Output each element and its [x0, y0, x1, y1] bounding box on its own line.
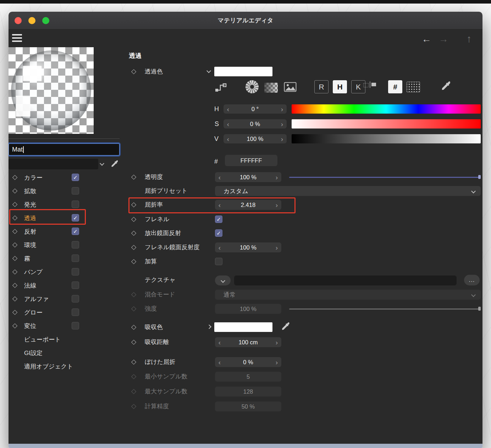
- increment-arrow[interactable]: [272, 202, 281, 208]
- sidebar-item-bump[interactable]: バンプ: [9, 265, 120, 279]
- channel-label[interactable]: GI設定: [24, 349, 43, 357]
- increment-arrow[interactable]: [272, 359, 281, 366]
- decrement-arrow[interactable]: [224, 121, 233, 127]
- channel-label[interactable]: 法線: [24, 282, 36, 290]
- sidebar-item-fog[interactable]: 霧: [9, 252, 120, 265]
- channel-label[interactable]: 霧: [24, 255, 30, 263]
- sidebar-item-displacement[interactable]: 変位: [9, 319, 120, 333]
- sidebar-item-normal[interactable]: 法線: [9, 279, 120, 292]
- channel-checkbox[interactable]: [72, 214, 79, 222]
- absorption-color-swatch[interactable]: [214, 322, 272, 332]
- fresnel-checkbox[interactable]: [215, 215, 222, 223]
- hue-gradient-bar[interactable]: [292, 104, 481, 114]
- color-wheel-icon[interactable]: [246, 80, 259, 93]
- decrement-arrow[interactable]: [215, 359, 224, 366]
- decrement-arrow[interactable]: [224, 106, 233, 113]
- value-value[interactable]: 100 %: [233, 136, 277, 142]
- increment-arrow[interactable]: [272, 174, 281, 181]
- absorption-distance-value[interactable]: 100 cm: [224, 339, 272, 346]
- decrement-arrow[interactable]: [215, 244, 224, 251]
- sidebar-item-luminance[interactable]: 発光: [9, 198, 120, 211]
- sidebar-item-environment[interactable]: 環境: [9, 238, 120, 252]
- channel-checkbox[interactable]: [72, 308, 79, 316]
- sidebar-item-color[interactable]: カラー: [9, 171, 120, 184]
- increment-arrow[interactable]: [277, 136, 287, 142]
- title-bar[interactable]: マテリアルエディタ: [9, 12, 482, 29]
- increment-arrow[interactable]: [277, 106, 287, 113]
- chevron-right-icon[interactable]: [207, 324, 211, 329]
- channel-checkbox[interactable]: [72, 201, 79, 208]
- transparency-color-swatch[interactable]: [214, 67, 272, 76]
- slider-handle[interactable]: [478, 175, 481, 179]
- channel-label[interactable]: 反射: [24, 228, 36, 236]
- channel-label[interactable]: グロー: [24, 308, 43, 317]
- back-arrow-button[interactable]: ←: [420, 34, 432, 44]
- exit-reflections-checkbox[interactable]: [215, 229, 222, 237]
- sidebar-item-assignment[interactable]: 適用オブジェクト: [9, 360, 120, 373]
- compact-mode-icon[interactable]: [370, 81, 370, 88]
- value-gradient-bar[interactable]: [292, 134, 481, 143]
- refraction-index-spinner[interactable]: 2.418: [215, 200, 281, 210]
- decrement-arrow[interactable]: [215, 174, 224, 181]
- hex-input[interactable]: FFFFFF: [225, 155, 277, 166]
- channel-label[interactable]: 環境: [24, 241, 36, 249]
- channel-checkbox[interactable]: [72, 322, 79, 329]
- channel-label[interactable]: 適用オブジェクト: [24, 362, 73, 371]
- increment-arrow[interactable]: [272, 339, 281, 346]
- channel-checkbox[interactable]: [72, 187, 79, 195]
- value-spinner[interactable]: 100 %: [224, 134, 287, 143]
- swatches-icon[interactable]: [407, 82, 420, 92]
- hsv-mode-button[interactable]: H: [333, 80, 347, 93]
- texture-browse-button[interactable]: ...: [464, 275, 480, 285]
- channel-label[interactable]: 変位: [24, 322, 36, 330]
- eyedropper-icon[interactable]: [110, 159, 119, 169]
- fresnel-reflectivity-spinner[interactable]: 100 %: [215, 242, 281, 252]
- channel-checkbox[interactable]: [72, 295, 79, 302]
- channel-label[interactable]: 発光: [24, 201, 36, 209]
- decrement-arrow[interactable]: [215, 202, 224, 208]
- saturation-spinner[interactable]: 0 %: [224, 119, 287, 129]
- eyedropper-icon[interactable]: [280, 321, 291, 333]
- increment-arrow[interactable]: [272, 244, 281, 251]
- refraction-index-value[interactable]: 2.418: [224, 202, 272, 208]
- shader-preview-field[interactable]: [9, 159, 98, 169]
- sidebar-item-glow[interactable]: グロー: [9, 306, 120, 319]
- texture-shader-button[interactable]: [215, 275, 231, 285]
- channel-checkbox[interactable]: [72, 282, 79, 289]
- opacity-slider[interactable]: [289, 172, 481, 182]
- additive-checkbox[interactable]: [215, 258, 222, 265]
- sidebar-item-reflectance[interactable]: 反射: [9, 225, 120, 238]
- channel-label[interactable]: アルファ: [24, 295, 49, 303]
- spectrum-icon[interactable]: [264, 83, 278, 93]
- node-editor-icon[interactable]: [215, 82, 227, 93]
- rgb-mode-button[interactable]: R: [314, 80, 329, 93]
- decrement-arrow[interactable]: [224, 136, 233, 142]
- eyedropper-icon[interactable]: [440, 80, 452, 94]
- hue-spinner[interactable]: 0 °: [224, 104, 287, 114]
- channel-label[interactable]: カラー: [24, 174, 43, 182]
- texture-path-field[interactable]: [234, 275, 457, 285]
- fresnel-reflectivity-value[interactable]: 100 %: [224, 244, 272, 251]
- saturation-gradient-bar[interactable]: [292, 119, 481, 129]
- absorption-distance-spinner[interactable]: 100 cm: [215, 337, 281, 347]
- sidebar-item-gi-settings[interactable]: GI設定: [9, 346, 120, 360]
- channel-checkbox[interactable]: [72, 174, 79, 181]
- sidebar-item-diffusion[interactable]: 拡散: [9, 184, 120, 198]
- blurriness-spinner[interactable]: 0 %: [215, 357, 281, 367]
- chevron-down-icon[interactable]: [206, 69, 211, 73]
- channel-label[interactable]: 透過: [24, 214, 36, 222]
- channel-label[interactable]: 拡散: [24, 187, 36, 195]
- channel-label[interactable]: バンプ: [24, 268, 43, 276]
- forward-arrow-button[interactable]: →: [437, 34, 449, 44]
- blurriness-value[interactable]: 0 %: [224, 359, 272, 366]
- up-arrow-button[interactable]: ↑: [463, 33, 475, 44]
- channel-checkbox[interactable]: [72, 228, 79, 235]
- channel-checkbox[interactable]: [72, 241, 79, 248]
- sidebar-item-alpha[interactable]: アルファ: [9, 292, 120, 306]
- increment-arrow[interactable]: [277, 121, 287, 127]
- channel-checkbox[interactable]: [72, 255, 79, 262]
- image-icon[interactable]: [284, 82, 297, 93]
- channel-checkbox[interactable]: [72, 268, 79, 275]
- opacity-value[interactable]: 100 %: [224, 174, 272, 181]
- sidebar-item-transparency[interactable]: 透過: [9, 211, 120, 225]
